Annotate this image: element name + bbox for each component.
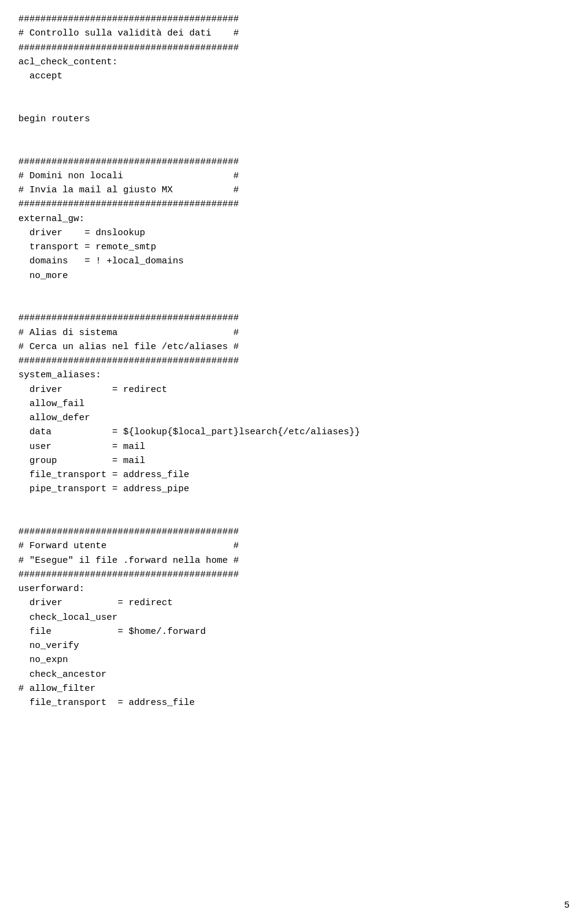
code-line-40: ######################################## <box>18 570 239 580</box>
code-line-45: no_verify <box>18 641 79 651</box>
code-line-25: ######################################## <box>18 356 239 366</box>
code-line-13: # Invia la mail al giusto MX # <box>18 185 239 195</box>
code-line-42: driver = redirect <box>18 598 173 608</box>
code-line-47: check_ancestor <box>18 669 107 680</box>
code-line-5: accept <box>18 71 62 81</box>
code-line-15: external_gw: <box>18 214 85 224</box>
code-line-22: ######################################## <box>18 313 239 323</box>
code-line-44: file = $home/.forward <box>18 627 206 637</box>
code-line-24: # Cerca un alias nel file /etc/aliases # <box>18 342 239 352</box>
code-line-30: data = ${lookup{$local_part}lsearch{/etc… <box>18 427 360 437</box>
code-line-37: ######################################## <box>18 527 239 537</box>
code-line-29: allow_defer <box>18 413 90 423</box>
code-line-2: # Controllo sulla validità dei dati # <box>18 28 239 39</box>
code-line-49: file_transport = address_file <box>18 698 195 708</box>
code-line-46: no_expn <box>18 655 68 665</box>
code-line-31: user = mail <box>18 442 145 452</box>
code-line-28: allow_fail <box>18 399 85 409</box>
code-line-16: driver = dnslookup <box>18 228 145 238</box>
code-line-12: # Domini non locali # <box>18 171 239 181</box>
code-line-27: driver = redirect <box>18 385 167 395</box>
code-line-39: # "Esegue" il file .forward nella home # <box>18 556 239 566</box>
code-line-33: file_transport = address_file <box>18 470 189 480</box>
code-line-38: # Forward utente # <box>18 541 239 551</box>
code-line-43: check_local_user <box>18 612 118 623</box>
code-line-14: ######################################## <box>18 199 239 209</box>
code-line-4: acl_check_content: <box>18 57 118 67</box>
code-line-23: # Alias di sistema # <box>18 328 239 338</box>
code-line-18: domains = ! +local_domains <box>18 256 184 266</box>
code-line-19: no_more <box>18 271 68 281</box>
code-line-17: transport = remote_smtp <box>18 242 156 252</box>
code-line-48: # allow_filter <box>18 684 96 694</box>
code-line-34: pipe_transport = address_pipe <box>18 484 189 494</box>
code-line-26: system_aliases: <box>18 370 101 380</box>
page-number: 5 <box>564 900 570 911</box>
code-line-41: userforward: <box>18 584 85 594</box>
code-line-3: ######################################## <box>18 43 239 53</box>
code-line-32: group = mail <box>18 456 145 466</box>
code-line-8: begin routers <box>18 114 90 124</box>
code-block: ########################################… <box>0 0 588 747</box>
code-line-11: ######################################## <box>18 157 239 167</box>
code-line-1: ######################################## <box>18 14 239 24</box>
